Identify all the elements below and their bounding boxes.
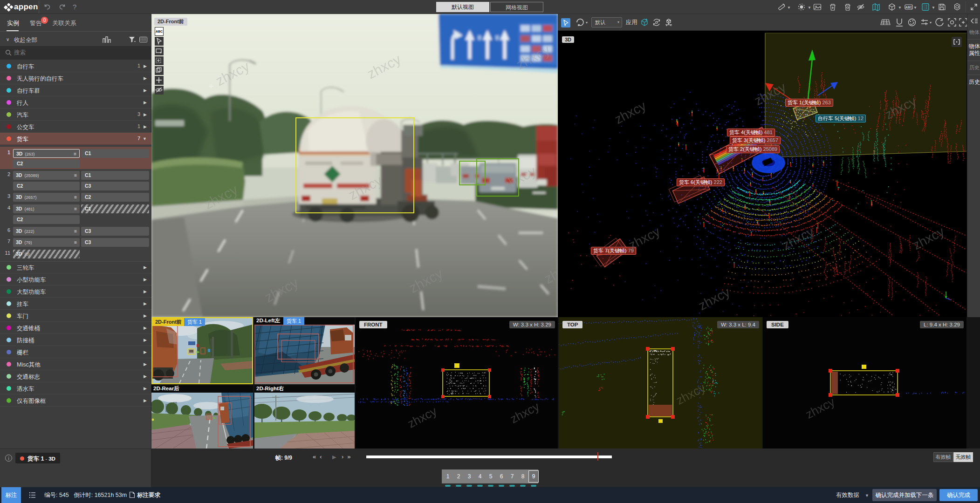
svg-text:ABC: ABC bbox=[905, 6, 912, 9]
